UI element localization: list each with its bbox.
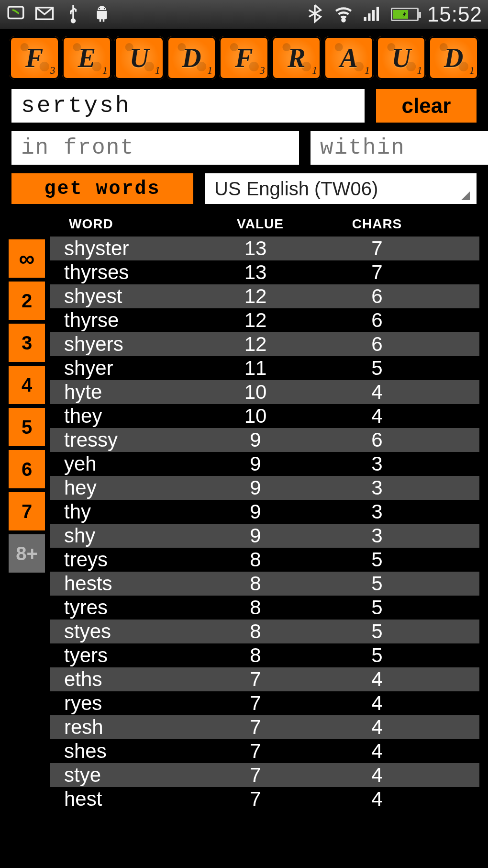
- tile-value: 3: [50, 64, 55, 77]
- clock: 15:52: [427, 2, 482, 26]
- cell-chars: 4: [303, 716, 479, 739]
- cell-word: shyest: [50, 285, 208, 308]
- cell-chars: 4: [303, 381, 479, 404]
- cell-value: 9: [208, 500, 303, 523]
- table-row[interactable]: treys85: [50, 548, 479, 572]
- bluetooth-icon: [305, 3, 325, 25]
- length-tab-4[interactable]: 4: [9, 366, 45, 404]
- dictionary-select[interactable]: US English (TW06): [205, 173, 477, 204]
- cell-word: ryes: [50, 692, 208, 715]
- cell-chars: 6: [303, 309, 479, 332]
- cell-chars: 7: [303, 261, 479, 284]
- length-tab-2[interactable]: 2: [9, 282, 45, 320]
- cell-chars: 5: [303, 572, 479, 595]
- cell-word: eths: [50, 668, 208, 691]
- table-row[interactable]: ryes74: [50, 691, 479, 715]
- tile-letter: D: [444, 43, 463, 73]
- cell-word: thy: [50, 500, 208, 523]
- cell-value: 7: [208, 716, 303, 739]
- table-row[interactable]: resh74: [50, 715, 479, 739]
- length-tab-5[interactable]: 5: [9, 408, 45, 446]
- cell-value: 8: [208, 548, 303, 571]
- table-row[interactable]: shyer115: [50, 356, 479, 380]
- title-tile: U1: [114, 36, 164, 79]
- length-tab-3[interactable]: 3: [9, 324, 45, 362]
- table-row[interactable]: hests85: [50, 572, 479, 596]
- length-tab-6[interactable]: 6: [9, 450, 45, 488]
- title-tile: D1: [167, 36, 217, 79]
- table-row[interactable]: thy93: [50, 500, 479, 524]
- leaf-icon: [6, 3, 26, 25]
- app-title: F3E1U1D1F3R1A1U1D1: [0, 29, 488, 84]
- table-row[interactable]: thyrse126: [50, 308, 479, 332]
- front-input[interactable]: [11, 131, 299, 165]
- cell-value: 11: [208, 357, 303, 380]
- cell-value: 13: [208, 261, 303, 284]
- cell-word: hey: [50, 476, 208, 499]
- length-tab-7[interactable]: 7: [9, 492, 45, 530]
- cell-word: tressy: [50, 428, 208, 451]
- table-row[interactable]: shes74: [50, 739, 479, 763]
- table-row[interactable]: hey93: [50, 476, 479, 500]
- usb-icon: [63, 3, 83, 25]
- tile-letter: D: [182, 43, 201, 73]
- table-row[interactable]: tyres85: [50, 596, 479, 620]
- cell-value: 8: [208, 644, 303, 667]
- tile-letter: F: [25, 43, 43, 73]
- cell-word: yeh: [50, 452, 208, 475]
- svg-rect-0: [8, 7, 23, 19]
- cell-value: 13: [208, 237, 303, 260]
- search-form: clear get words US English (TW06): [0, 84, 488, 204]
- cell-word: hest: [50, 788, 208, 811]
- cell-chars: 4: [303, 788, 479, 811]
- table-row[interactable]: they104: [50, 404, 479, 428]
- table-row[interactable]: hyte104: [50, 380, 479, 404]
- table-row[interactable]: stye74: [50, 763, 479, 787]
- title-tile: F3: [10, 36, 59, 79]
- table-body: shyster137thyrses137shyest126thyrse126sh…: [50, 237, 479, 811]
- table-row[interactable]: styes85: [50, 620, 479, 643]
- cell-chars: 4: [303, 405, 479, 428]
- cell-chars: 3: [303, 500, 479, 523]
- cell-chars: 4: [303, 668, 479, 691]
- within-input[interactable]: [311, 131, 488, 165]
- cell-chars: 5: [303, 357, 479, 380]
- length-tab-∞[interactable]: ∞: [9, 239, 45, 278]
- letters-input[interactable]: [11, 89, 365, 123]
- clear-button[interactable]: clear: [376, 89, 477, 123]
- table-row[interactable]: tressy96: [50, 428, 479, 452]
- table-row[interactable]: eths74: [50, 667, 479, 691]
- cell-value: 7: [208, 764, 303, 787]
- title-tile: U1: [377, 36, 426, 79]
- cell-word: thyrse: [50, 309, 208, 332]
- table-row[interactable]: shyest126: [50, 284, 479, 308]
- cell-chars: 3: [303, 524, 479, 547]
- tile-letter: R: [288, 43, 305, 73]
- dictionary-label: US English (TW06): [214, 178, 378, 200]
- cell-word: tyers: [50, 644, 208, 667]
- tile-letter: U: [130, 43, 149, 73]
- title-tile: F3: [219, 36, 269, 79]
- table-row[interactable]: shyster137: [50, 237, 479, 260]
- cell-word: tyres: [50, 596, 208, 619]
- table-row[interactable]: shyers126: [50, 332, 479, 356]
- cell-word: treys: [50, 548, 208, 571]
- get-words-button[interactable]: get words: [11, 173, 193, 204]
- cell-value: 12: [208, 285, 303, 308]
- table-row[interactable]: yeh93: [50, 452, 479, 476]
- tile-value: 1: [102, 64, 108, 77]
- title-tile: E1: [62, 36, 112, 79]
- tile-value: 1: [365, 64, 370, 77]
- cell-value: 8: [208, 620, 303, 643]
- table-row[interactable]: thyrses137: [50, 260, 479, 284]
- tile-letter: U: [391, 43, 410, 73]
- table-row[interactable]: hest74: [50, 787, 479, 811]
- tile-value: 1: [417, 64, 422, 77]
- header-chars: CHARS: [308, 216, 475, 232]
- tile-letter: E: [78, 43, 96, 73]
- cell-value: 10: [208, 381, 303, 404]
- table-row[interactable]: shy93: [50, 524, 479, 548]
- cell-value: 7: [208, 740, 303, 763]
- table-row[interactable]: tyers85: [50, 643, 479, 667]
- status-bar: 15:52: [0, 0, 488, 29]
